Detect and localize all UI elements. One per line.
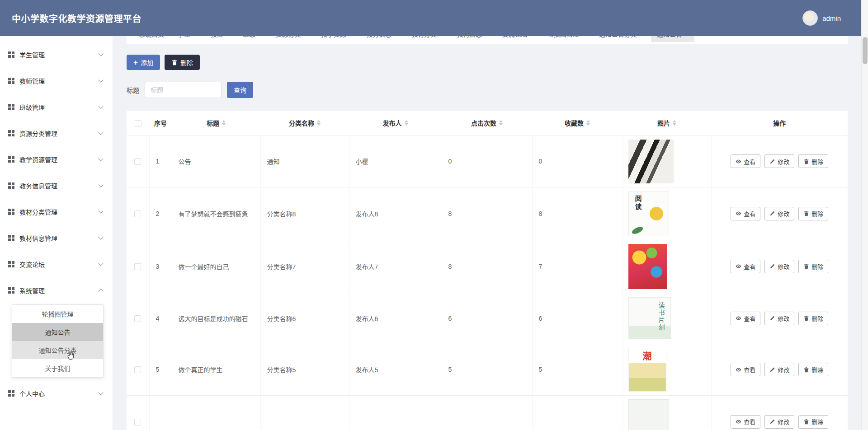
system-submenu: 轮播图管理 通知公告 通知公告分类 关于我们 — [12, 304, 104, 378]
cover-text: 潮 — [643, 349, 652, 362]
eye-icon — [736, 159, 741, 164]
view-button[interactable]: 查看 — [731, 312, 760, 325]
pencil-icon — [769, 315, 775, 321]
submenu-item-0[interactable]: 轮播图管理 — [12, 305, 103, 323]
submenu-item-2[interactable]: 通知公告分类 — [12, 341, 103, 359]
view-button[interactable]: 查看 — [731, 260, 760, 273]
sort-icons[interactable] — [405, 120, 408, 126]
row-category: 分类名称6 — [260, 293, 349, 344]
column-header-7[interactable]: 操作 — [711, 111, 848, 136]
delete-button[interactable]: 删除 — [165, 55, 200, 70]
edit-button[interactable]: 修改 — [764, 312, 794, 325]
column-header-0[interactable]: 序号 — [149, 111, 172, 136]
view-button[interactable]: 查看 — [731, 154, 760, 168]
row-checkbox[interactable] — [134, 158, 141, 165]
sidebar-item-4[interactable]: 教学资源管理 — [0, 146, 113, 173]
trash-icon — [803, 159, 809, 164]
sidebar-item-5[interactable]: 教务信息管理 — [0, 173, 113, 199]
sidebar-item-1[interactable]: 教师管理 — [0, 68, 113, 94]
delete-row-button[interactable]: 删除 — [798, 207, 828, 220]
delete-row-button[interactable]: 删除 — [798, 154, 828, 168]
sort-icons[interactable] — [499, 120, 503, 126]
submenu-item-label: 通知公告分类 — [39, 346, 77, 355]
tide-book-cover: 潮 — [628, 348, 666, 392]
user-avatar[interactable] — [802, 10, 818, 26]
chevron-down-icon — [98, 234, 103, 239]
sidebar-item-7[interactable]: 教材信息管理 — [0, 225, 113, 251]
row-checkbox[interactable] — [134, 419, 141, 425]
column-header-3[interactable]: 发布人 — [349, 111, 442, 136]
query-button[interactable]: 查询 — [227, 82, 253, 98]
main-content: 首页 // 通知公告 系统首页 学生 × 教师 × 班级 × 资源分类 × 教学… — [113, 0, 868, 430]
column-header-4[interactable]: 点击次数 — [442, 111, 532, 136]
edit-button[interactable]: 修改 — [764, 415, 794, 429]
chevron-down-icon — [98, 156, 103, 161]
row-checkbox[interactable] — [134, 366, 141, 373]
row-publisher: 发布人8 — [349, 187, 442, 240]
add-button[interactable]: + 添加 — [127, 55, 160, 70]
vertical-scrollbar[interactable] — [861, 0, 868, 430]
eye-icon — [736, 210, 741, 216]
submenu-item-3[interactable]: 关于我们 — [12, 359, 103, 377]
sidebar-item-9[interactable]: 系统管理 — [0, 277, 113, 304]
sidebar-item-8[interactable]: 交流论坛 — [0, 251, 113, 277]
column-header-1[interactable]: 标题 — [172, 111, 260, 136]
title-search-input[interactable] — [145, 82, 222, 98]
row-clicks: 0 — [442, 136, 532, 187]
sidebar-item-label: 教务信息管理 — [19, 181, 99, 190]
row-checkbox[interactable] — [134, 263, 141, 270]
user-menu[interactable]: admin — [802, 10, 841, 26]
view-button[interactable]: 查看 — [731, 415, 760, 429]
edit-button[interactable]: 修改 — [764, 260, 794, 273]
resource-category-icon — [8, 130, 14, 136]
row-title: 做一个最好的自己 — [172, 240, 260, 293]
column-header-label: 分类名称 — [289, 118, 314, 127]
table-row: 5 做个真正的学生 分类名称5 发布人5 5 5 潮 查看 修改 — [127, 344, 848, 395]
sidebar-item-3[interactable]: 资源分类管理 — [0, 120, 113, 146]
delete-row-button[interactable]: 删除 — [798, 312, 828, 325]
view-button[interactable]: 查看 — [731, 207, 760, 220]
row-clicks — [442, 395, 532, 430]
sidebar-item-label: 交流论坛 — [19, 260, 99, 269]
sidebar-item-label: 学生管理 — [19, 50, 99, 59]
sidebar-item-0[interactable]: 学生管理 — [0, 42, 113, 68]
delete-row-button[interactable]: 删除 — [798, 260, 828, 273]
row-index: 1 — [149, 136, 172, 187]
chevron-down-icon — [98, 208, 103, 213]
pencil-icon — [769, 419, 775, 425]
column-header-2[interactable]: 分类名称 — [260, 111, 349, 136]
sort-icons[interactable] — [586, 120, 590, 126]
delete-row-button[interactable]: 删除 — [798, 363, 828, 376]
personal-center-icon — [8, 390, 14, 397]
forum-icon — [8, 261, 14, 267]
submenu-item-1[interactable]: 通知公告 — [12, 323, 103, 341]
view-button[interactable]: 查看 — [731, 363, 760, 376]
sidebar-item-label: 系统管理 — [19, 286, 99, 295]
row-publisher: 发布人7 — [349, 240, 442, 293]
sidebar-item-6[interactable]: 教材分类管理 — [0, 199, 113, 225]
row-publisher — [349, 395, 442, 430]
row-favorites — [532, 395, 623, 430]
edit-button[interactable]: 修改 — [764, 154, 794, 168]
teacher-management-icon — [8, 78, 14, 84]
column-header-label: 发布人 — [383, 118, 402, 127]
scrollbar-thumb[interactable] — [863, 37, 868, 64]
sort-icons[interactable] — [673, 120, 676, 126]
table-row: 查看 修改 删除 — [127, 395, 848, 430]
sidebar-item-10[interactable]: 个人中心 — [0, 380, 113, 407]
edit-button[interactable]: 修改 — [764, 363, 794, 376]
delete-row-button[interactable]: 删除 — [798, 415, 828, 429]
column-header-6[interactable]: 图片 — [623, 111, 711, 136]
edit-button[interactable]: 修改 — [764, 207, 794, 220]
row-checkbox[interactable] — [134, 210, 141, 217]
row-category — [260, 395, 349, 430]
sort-icons[interactable] — [222, 120, 226, 126]
row-index — [149, 395, 172, 430]
column-header-label: 点击次数 — [471, 118, 496, 127]
select-all-checkbox[interactable] — [135, 120, 142, 127]
sort-icons[interactable] — [317, 120, 321, 126]
column-header-5[interactable]: 收藏数 — [532, 111, 623, 136]
row-checkbox[interactable] — [134, 315, 141, 322]
sidebar-item-2[interactable]: 班级管理 — [0, 94, 113, 120]
row-category: 分类名称5 — [260, 344, 349, 395]
